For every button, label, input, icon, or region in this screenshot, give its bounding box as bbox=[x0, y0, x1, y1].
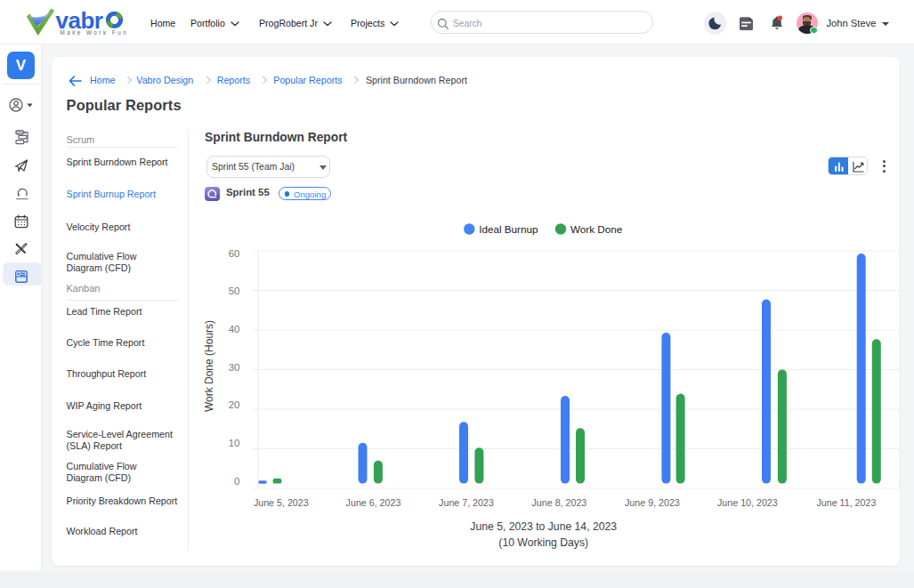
svg-text:Make Work Fun: Make Work Fun bbox=[60, 29, 126, 36]
